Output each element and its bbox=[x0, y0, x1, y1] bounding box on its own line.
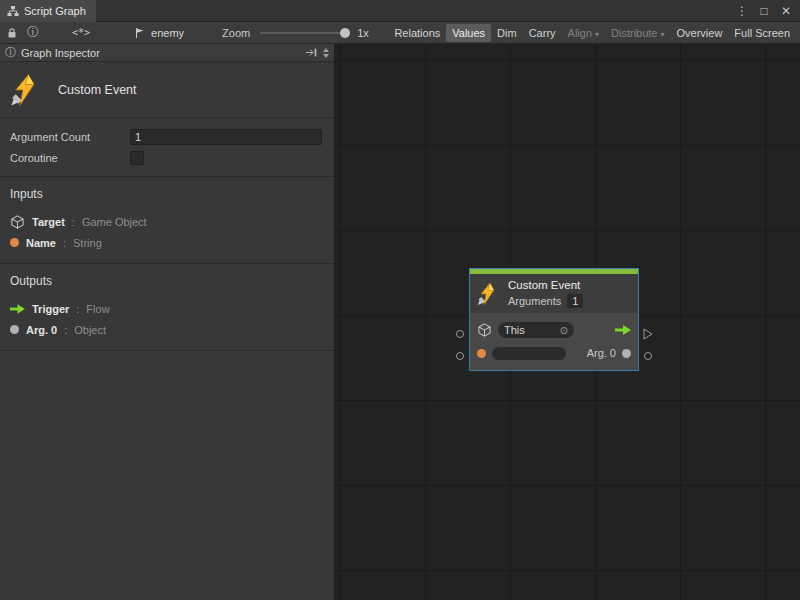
window-titlebar: Script Graph ⋮ □ ✕ bbox=[0, 0, 800, 22]
info-icon: ⓘ bbox=[5, 45, 16, 60]
argument-count-label: Argument Count bbox=[10, 131, 130, 143]
custom-event-icon bbox=[10, 73, 44, 107]
name-input-port[interactable] bbox=[456, 352, 464, 360]
argument-count-input[interactable] bbox=[130, 129, 322, 145]
lock-icon[interactable] bbox=[6, 27, 18, 39]
arg0-port-dot[interactable] bbox=[622, 349, 631, 358]
zoom-label: Zoom bbox=[222, 27, 250, 39]
node-arguments-label: Arguments bbox=[508, 295, 561, 307]
node-row-target: This ⊙ bbox=[477, 320, 631, 340]
graph-inspector-panel: ⓘ Graph Inspector Custom Event Argument … bbox=[0, 44, 335, 600]
zoom-slider-knob[interactable] bbox=[340, 28, 350, 38]
graph-canvas[interactable]: Custom Event Arguments 1 This ⊙ bbox=[335, 44, 800, 600]
window-maximize-icon[interactable]: □ bbox=[758, 4, 770, 18]
custom-event-node[interactable]: Custom Event Arguments 1 This ⊙ bbox=[469, 268, 639, 371]
zoom-value: 1x bbox=[357, 27, 369, 39]
graph-toolbar: ⓘ <*> enemy Zoom 1x Relations Values Dim… bbox=[0, 22, 800, 44]
port-item-name: Name : String bbox=[10, 232, 324, 253]
chevron-down-icon: ▾ bbox=[661, 30, 665, 39]
scroll-spinner[interactable] bbox=[323, 48, 329, 58]
dock-icon[interactable] bbox=[305, 47, 317, 58]
tab-title: Script Graph bbox=[24, 5, 86, 17]
window-close-icon[interactable]: ✕ bbox=[780, 4, 792, 18]
outputs-section: Outputs Trigger : Flow Arg. 0 : Object bbox=[0, 264, 334, 351]
name-port-dot[interactable] bbox=[477, 349, 486, 358]
zoom-slider-track bbox=[260, 32, 348, 34]
window-menu-icon[interactable]: ⋮ bbox=[736, 4, 748, 18]
object-picker-icon[interactable]: ⊙ bbox=[560, 325, 568, 336]
code-icon[interactable]: <*> bbox=[72, 27, 90, 38]
arg0-label: Arg. 0 bbox=[587, 347, 616, 359]
node-arguments-value[interactable]: 1 bbox=[567, 294, 583, 308]
values-button[interactable]: Values bbox=[446, 24, 491, 42]
node-row-arg0: Arg. 0 bbox=[477, 343, 631, 363]
tab-script-graph[interactable]: Script Graph bbox=[0, 0, 96, 22]
coroutine-row: Coroutine bbox=[10, 147, 322, 168]
unit-fields: Argument Count Coroutine bbox=[0, 118, 334, 177]
custom-event-icon bbox=[477, 282, 501, 306]
distribute-dropdown[interactable]: Distribute▾ bbox=[605, 24, 670, 42]
graph-name: enemy bbox=[151, 27, 184, 39]
toolbar-buttons: Relations Values Dim Carry Align▾ Distri… bbox=[388, 24, 796, 42]
target-dropdown[interactable]: This ⊙ bbox=[498, 322, 574, 338]
fullscreen-button[interactable]: Full Screen bbox=[728, 24, 796, 42]
chevron-down-icon: ▾ bbox=[595, 30, 599, 39]
argument-count-row: Argument Count bbox=[10, 126, 322, 147]
zoom-slider[interactable] bbox=[260, 28, 348, 38]
cube-icon bbox=[477, 322, 492, 338]
relations-button[interactable]: Relations bbox=[388, 24, 446, 42]
target-input-port[interactable] bbox=[456, 330, 464, 338]
graph-inspector-header: ⓘ Graph Inspector bbox=[0, 44, 334, 62]
window-controls: ⋮ □ ✕ bbox=[736, 4, 800, 18]
name-input[interactable] bbox=[492, 347, 566, 360]
dim-button[interactable]: Dim bbox=[491, 24, 523, 42]
event-flag-icon bbox=[134, 27, 146, 39]
trigger-flow-icon bbox=[615, 325, 631, 335]
port-item-trigger: Trigger : Flow bbox=[10, 298, 324, 319]
target-value: This bbox=[504, 324, 525, 336]
inputs-section: Inputs Target : Game Object Name : Strin… bbox=[0, 177, 334, 264]
port-item-target: Target : Game Object bbox=[10, 211, 324, 232]
inputs-heading: Inputs bbox=[10, 187, 324, 201]
string-port-icon bbox=[10, 238, 19, 247]
unit-header: Custom Event bbox=[0, 62, 334, 118]
coroutine-label: Coroutine bbox=[10, 152, 130, 164]
arg0-output-port[interactable] bbox=[644, 352, 652, 360]
carry-button[interactable]: Carry bbox=[523, 24, 562, 42]
overview-button[interactable]: Overview bbox=[671, 24, 729, 42]
unit-title: Custom Event bbox=[58, 83, 137, 97]
outputs-heading: Outputs bbox=[10, 274, 324, 288]
node-header[interactable]: Custom Event Arguments 1 bbox=[470, 274, 638, 313]
cube-icon bbox=[10, 214, 25, 230]
flow-arrow-icon bbox=[10, 304, 25, 314]
port-item-arg0: Arg. 0 : Object bbox=[10, 319, 324, 340]
script-graph-icon bbox=[7, 5, 19, 17]
object-port-icon bbox=[10, 325, 19, 334]
node-body: This ⊙ Arg. 0 bbox=[470, 313, 638, 370]
inspector-title: Graph Inspector bbox=[21, 47, 100, 59]
trigger-output-port[interactable] bbox=[643, 328, 653, 340]
align-dropdown[interactable]: Align▾ bbox=[562, 24, 605, 42]
node-title: Custom Event bbox=[508, 279, 583, 291]
coroutine-checkbox[interactable] bbox=[130, 151, 144, 165]
info-icon[interactable]: ⓘ bbox=[27, 24, 39, 41]
